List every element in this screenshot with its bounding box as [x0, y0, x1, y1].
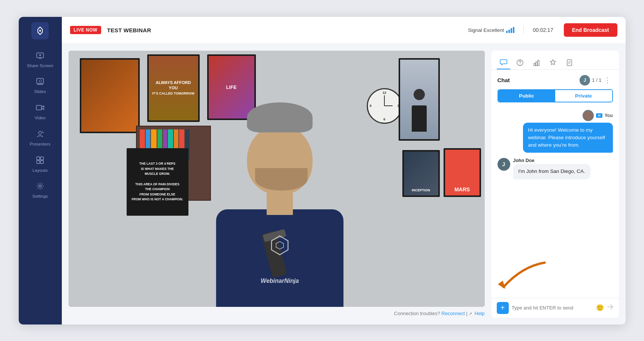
sender-name-you: You	[605, 113, 613, 118]
layouts-icon	[36, 156, 44, 166]
svg-rect-4	[37, 157, 40, 160]
poster-life: LIFE	[207, 54, 256, 120]
more-options-button[interactable]: ⋮	[602, 75, 613, 85]
timer: 00:02:17	[533, 27, 553, 33]
own-avatar	[583, 110, 594, 121]
signal-info: Signal Excellent	[468, 27, 514, 33]
svg-rect-13	[538, 60, 539, 66]
sidebar-item-settings[interactable]: Settings	[19, 177, 62, 204]
end-broadcast-button[interactable]: End Broadcast	[564, 23, 617, 37]
signal-label: Signal Excellent	[468, 27, 504, 33]
attendee-count-area: J 1 / 1	[580, 75, 601, 86]
sidebar-item-video[interactable]: Video	[19, 99, 62, 125]
svg-point-8	[39, 185, 41, 187]
send-button[interactable]	[607, 303, 614, 312]
connection-troubles-text: Connection troubles?	[394, 311, 440, 316]
chat-tab-public[interactable]: Public	[498, 90, 555, 102]
sidebar-item-slides-label: Slides	[34, 89, 46, 95]
sidebar-item-presenters-label: Presenters	[30, 142, 51, 147]
john-name: John Doe	[513, 158, 590, 163]
wall-clock: 12 3 6 9	[367, 88, 402, 124]
panel-tabs	[492, 51, 619, 70]
chat-input-area: + 🙂	[492, 298, 619, 318]
signal-bar-4	[513, 27, 514, 33]
attendee-avatar: J	[580, 75, 590, 86]
poster-always-you: ALWAYS AFFORD YOUIT'S CALLED TOMORROW	[147, 54, 200, 122]
webcam-feed: ALWAYS AFFORD YOUIT'S CALLED TOMORROW LI…	[69, 51, 485, 307]
message-row-other: J John Doe I'm John from San Diego, CA.	[498, 158, 613, 179]
signal-bar-2	[508, 30, 510, 33]
video-wrapper: ALWAYS AFFORD YOUIT'S CALLED TOMORROW LI…	[69, 51, 485, 307]
poster-mars: MARS	[444, 148, 481, 197]
svg-rect-12	[536, 62, 537, 66]
settings-icon	[36, 182, 44, 192]
svg-point-3	[39, 131, 42, 134]
webinar-title: TEST WEBINAR	[107, 27, 151, 33]
person: WebinarNinja	[197, 123, 362, 307]
sidebar: Share Screen Slides Video	[19, 17, 62, 324]
poster-inception: INCEPTION	[402, 150, 440, 197]
svg-rect-1	[37, 78, 43, 84]
tab-chat[interactable]	[497, 56, 510, 69]
poster-top-left	[80, 58, 140, 133]
tab-polls[interactable]	[530, 56, 543, 69]
message-row-own: You H Hi everyone! Welcome to my webinar…	[498, 110, 613, 153]
chat-tab-private[interactable]: Private	[555, 90, 612, 102]
chat-type-tabs: Public Private	[498, 89, 613, 102]
header: LIVE NOW TEST WEBINAR Signal Excellent 0…	[62, 17, 626, 44]
sidebar-item-layouts-label: Layouts	[33, 168, 48, 173]
video-icon	[36, 104, 44, 114]
blackboard-poster: THE LAST 3 OR 4 REPSIS WHAT MAKES THEMUS…	[127, 148, 188, 216]
message-bubble-own: Hi everyone! Welcome to my webinar. Plea…	[523, 123, 613, 153]
emoji-button[interactable]: 🙂	[596, 304, 604, 312]
signal-bar-3	[511, 28, 512, 33]
svg-rect-6	[37, 161, 40, 164]
chat-header: Chat J 1 / 1 ⋮	[492, 70, 619, 89]
sidebar-item-layouts[interactable]: Layouts	[19, 152, 62, 178]
connection-bar: Connection troubles? Reconnect | ↗ Help	[69, 307, 485, 318]
header-divider	[523, 26, 524, 35]
attendee-count: 1 / 1	[592, 77, 601, 83]
svg-point-10	[520, 64, 520, 65]
other-info: John Doe I'm John from San Diego, CA.	[513, 158, 590, 179]
chat-title: Chat	[498, 77, 580, 83]
message-sender-own: You H	[583, 110, 613, 121]
content-area: ALWAYS AFFORD YOUIT'S CALLED TOMORROW LI…	[62, 44, 626, 324]
svg-rect-7	[40, 161, 43, 164]
tab-offers[interactable]	[546, 56, 560, 69]
svg-rect-5	[40, 157, 43, 160]
sidebar-item-video-label: Video	[34, 116, 45, 121]
help-link[interactable]: Help	[475, 311, 485, 316]
presenters-icon	[36, 130, 44, 140]
tab-questions[interactable]	[513, 56, 527, 69]
external-icon: ↗	[469, 311, 472, 316]
messages-area: You H Hi everyone! Welcome to my webinar…	[492, 107, 619, 298]
poster-person-silhouette	[399, 58, 440, 141]
logo	[31, 22, 49, 39]
chat-input[interactable]	[512, 305, 593, 311]
sidebar-item-share-screen[interactable]: Share Screen	[19, 47, 62, 73]
reconnect-link[interactable]: Reconnect	[441, 311, 465, 316]
sender-badge-h: H	[596, 113, 602, 118]
svg-rect-11	[534, 63, 535, 66]
svg-rect-2	[36, 105, 42, 110]
app-container: Share Screen Slides Video	[19, 17, 626, 324]
share-screen-icon	[36, 51, 44, 62]
live-badge: LIVE NOW	[70, 26, 101, 34]
main-area: LIVE NOW TEST WEBINAR Signal Excellent 0…	[62, 17, 626, 324]
video-section: ALWAYS AFFORD YOUIT'S CALLED TOMORROW LI…	[69, 51, 485, 318]
sidebar-item-slides[interactable]: Slides	[19, 73, 62, 99]
sidebar-item-share-screen-label: Share Screen	[27, 63, 53, 69]
signal-bars	[506, 27, 514, 33]
other-message-wrap: J John Doe I'm John from San Diego, CA.	[498, 158, 590, 179]
tab-handouts[interactable]	[563, 56, 576, 69]
signal-bar-1	[506, 31, 508, 33]
message-bubble-other: I'm John from San Diego, CA.	[513, 164, 590, 179]
john-avatar: J	[498, 158, 510, 171]
sidebar-item-presenters[interactable]: Presenters	[19, 125, 62, 152]
sidebar-item-settings-label: Settings	[32, 194, 48, 199]
add-attachment-button[interactable]: +	[497, 302, 509, 314]
slides-icon	[36, 77, 44, 87]
right-panel: Chat J 1 / 1 ⋮ Public Private	[492, 51, 619, 318]
